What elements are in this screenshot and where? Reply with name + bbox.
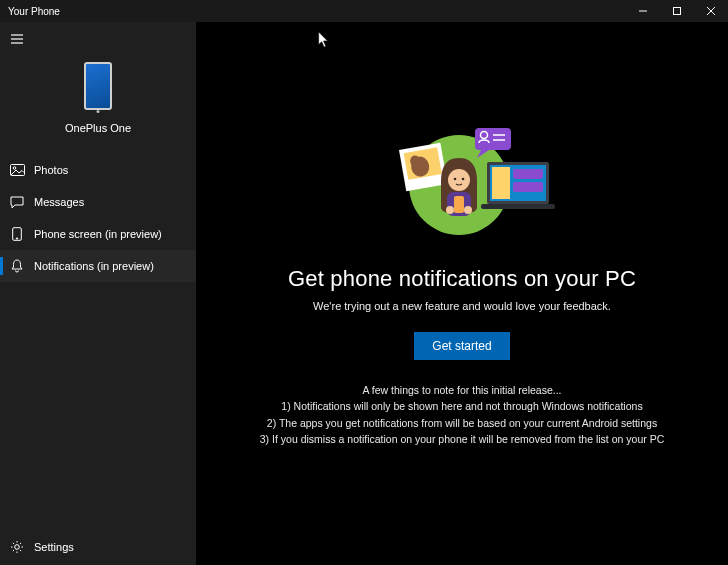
svg-point-28 bbox=[454, 178, 457, 181]
svg-rect-31 bbox=[454, 196, 464, 213]
svg-point-33 bbox=[464, 206, 472, 214]
close-button[interactable] bbox=[694, 0, 728, 22]
subtext: We're trying out a new feature and would… bbox=[313, 300, 611, 312]
svg-point-10 bbox=[16, 238, 17, 239]
window-controls bbox=[626, 0, 728, 22]
body: OnePlus One Photos Messages Phone screen… bbox=[0, 22, 728, 565]
nav-item-settings[interactable]: Settings bbox=[0, 529, 196, 565]
nav-label: Notifications (in preview) bbox=[34, 260, 154, 272]
hero-illustration bbox=[347, 110, 577, 250]
notes-intro: A few things to note for this initial re… bbox=[260, 382, 664, 398]
hamburger-icon bbox=[10, 33, 24, 45]
minimize-button[interactable] bbox=[626, 0, 660, 22]
sidebar: OnePlus One Photos Messages Phone screen… bbox=[0, 22, 196, 565]
maximize-button[interactable] bbox=[660, 0, 694, 22]
hamburger-button[interactable] bbox=[0, 22, 34, 56]
nav-label: Phone screen (in preview) bbox=[34, 228, 162, 240]
device-image bbox=[84, 62, 112, 110]
svg-point-8 bbox=[13, 167, 16, 170]
svg-point-27 bbox=[448, 169, 470, 191]
nav-item-notifications[interactable]: Notifications (in preview) bbox=[0, 250, 196, 282]
svg-rect-19 bbox=[492, 167, 510, 199]
messages-icon bbox=[0, 196, 34, 209]
device-card: OnePlus One bbox=[0, 56, 196, 148]
main-content: Get phone notifications on your PC We're… bbox=[196, 22, 728, 565]
notifications-icon bbox=[0, 259, 34, 273]
svg-rect-23 bbox=[475, 128, 511, 150]
notes-line-1: 1) Notifications will only be shown here… bbox=[260, 398, 664, 414]
device-name: OnePlus One bbox=[65, 122, 131, 134]
get-started-button[interactable]: Get started bbox=[414, 332, 509, 360]
titlebar: Your Phone bbox=[0, 0, 728, 22]
svg-rect-20 bbox=[513, 169, 543, 179]
notes-line-3: 3) If you dismiss a notification on your… bbox=[260, 431, 664, 447]
svg-rect-22 bbox=[481, 204, 555, 209]
photos-icon bbox=[0, 164, 34, 176]
phone-screen-icon bbox=[0, 227, 34, 241]
svg-point-11 bbox=[15, 545, 20, 550]
headline: Get phone notifications on your PC bbox=[288, 266, 636, 292]
svg-rect-1 bbox=[674, 8, 681, 15]
nav-item-phone-screen[interactable]: Phone screen (in preview) bbox=[0, 218, 196, 250]
svg-point-32 bbox=[446, 206, 454, 214]
window-title: Your Phone bbox=[8, 6, 626, 17]
window: Your Phone OnePlus One bbox=[0, 0, 728, 565]
nav-item-photos[interactable]: Photos bbox=[0, 154, 196, 186]
settings-label: Settings bbox=[34, 541, 74, 553]
nav: Photos Messages Phone screen (in preview… bbox=[0, 148, 196, 282]
svg-point-29 bbox=[462, 178, 465, 181]
nav-item-messages[interactable]: Messages bbox=[0, 186, 196, 218]
gear-icon bbox=[0, 540, 34, 554]
nav-label: Messages bbox=[34, 196, 84, 208]
hamburger-row bbox=[0, 22, 196, 56]
nav-label: Photos bbox=[34, 164, 68, 176]
minimize-icon bbox=[638, 6, 648, 16]
svg-rect-21 bbox=[513, 182, 543, 192]
close-icon bbox=[706, 6, 716, 16]
spacer bbox=[0, 282, 196, 529]
release-notes: A few things to note for this initial re… bbox=[260, 382, 664, 447]
maximize-icon bbox=[672, 6, 682, 16]
notes-line-2: 2) The apps you get notifications from w… bbox=[260, 415, 664, 431]
